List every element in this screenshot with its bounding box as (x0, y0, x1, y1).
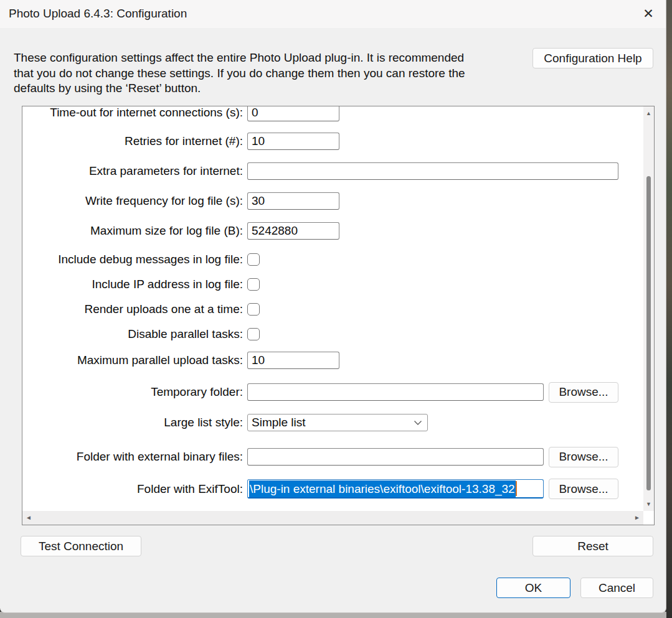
reset-button[interactable]: Reset (532, 536, 653, 556)
render-one-at-a-time-checkbox[interactable] (247, 303, 260, 316)
settings-scroll-area: Time-out for internet connections (s): R… (22, 106, 655, 525)
horizontal-scrollbar[interactable]: ◄ ► (22, 511, 643, 525)
temporary-folder-browse-button[interactable]: Browse... (549, 382, 618, 403)
close-icon: ✕ (643, 7, 654, 20)
write-frequency-label: Write frequency for log file (s): (22, 194, 243, 208)
form-row: Maximum parallel upload tasks: (22, 351, 643, 370)
large-list-style-select[interactable]: Simple list (247, 414, 428, 431)
retries-input[interactable] (247, 133, 339, 150)
form-row: Temporary folder: Browse... (22, 383, 643, 401)
configuration-help-button[interactable]: Configuration Help (532, 48, 653, 68)
exiftool-folder-selected-text: \Plug-in external binaries\exiftool\exif… (249, 480, 516, 497)
form-row: Folder with external binary files: Brows… (22, 447, 643, 466)
form-row: Disable parallel tasks: (22, 325, 643, 344)
form-row: Extra parameters for internet: (22, 162, 643, 180)
max-log-size-label: Maximum size for log file (B): (22, 224, 243, 238)
external-binaries-label: Folder with external binary files: (22, 450, 243, 464)
ip-address-checkbox[interactable] (247, 278, 260, 291)
form-row: Include IP address in log file: (22, 275, 643, 294)
window-title: Photo Upload 6.4.3: Configuration (9, 7, 187, 21)
title-bar: Photo Upload 6.4.3: Configuration ✕ (0, 0, 666, 28)
debug-messages-checkbox[interactable] (247, 253, 260, 266)
vertical-scrollbar-thumb[interactable] (646, 176, 651, 490)
max-parallel-label: Maximum parallel upload tasks: (22, 353, 243, 367)
exiftool-folder-input[interactable]: \Plug-in external binaries\exiftool\exif… (247, 479, 544, 499)
render-one-at-a-time-label: Render uploads one at a time: (22, 302, 243, 316)
temporary-folder-input[interactable] (247, 383, 544, 401)
disable-parallel-label: Disable parallel tasks: (22, 327, 243, 341)
extra-parameters-label: Extra parameters for internet: (22, 164, 243, 178)
cancel-button[interactable]: Cancel (580, 578, 653, 598)
extra-parameters-input[interactable] (247, 162, 618, 180)
scroll-up-icon[interactable]: ▲ (643, 110, 654, 116)
external-binaries-input[interactable] (247, 448, 544, 466)
large-list-style-value: Simple list (252, 416, 414, 429)
disable-parallel-checkbox[interactable] (247, 328, 260, 340)
large-list-style-label: Large list style: (22, 416, 243, 429)
exiftool-folder-browse-button[interactable]: Browse... (549, 479, 618, 499)
form-row: Time-out for internet connections (s): (22, 106, 643, 122)
form-row: Render uploads one at a time: (22, 300, 643, 319)
timeout-label: Time-out for internet connections (s): (22, 106, 243, 119)
scroll-left-icon[interactable]: ◄ (26, 513, 32, 522)
exiftool-folder-label: Folder with ExifTool: (22, 482, 243, 496)
debug-messages-label: Include debug messages in log file: (22, 253, 243, 266)
ok-button[interactable]: OK (496, 578, 570, 598)
temporary-folder-label: Temporary folder: (22, 385, 243, 399)
form-row: Write frequency for log file (s): (22, 192, 643, 210)
text-caret (516, 481, 517, 496)
configuration-dialog: Photo Upload 6.4.3: Configuration ✕ Thes… (0, 0, 666, 613)
intro-text: These configuration settings affect the … (14, 50, 471, 96)
vertical-scrollbar[interactable]: ▲ ▼ (643, 106, 654, 511)
test-connection-button[interactable]: Test Connection (21, 536, 141, 556)
ip-address-label: Include IP address in log file: (22, 278, 243, 291)
close-button[interactable]: ✕ (635, 1, 662, 25)
form-row: Retries for internet (#): (22, 132, 643, 151)
form-row: Folder with ExifTool: \Plug-in external … (22, 479, 643, 499)
external-binaries-browse-button[interactable]: Browse... (549, 447, 618, 467)
write-frequency-input[interactable] (247, 192, 339, 210)
form-row: Large list style: Simple list (22, 413, 643, 432)
form-row: Maximum size for log file (B): (22, 222, 643, 240)
max-log-size-input[interactable] (247, 222, 339, 240)
scroll-right-icon[interactable]: ► (634, 513, 640, 522)
form-row: Include debug messages in log file: (22, 250, 643, 269)
timeout-input[interactable] (247, 106, 339, 121)
scroll-down-icon[interactable]: ▼ (643, 501, 654, 507)
max-parallel-input[interactable] (247, 352, 339, 369)
chevron-down-icon (414, 420, 422, 426)
retries-label: Retries for internet (#): (22, 134, 243, 148)
